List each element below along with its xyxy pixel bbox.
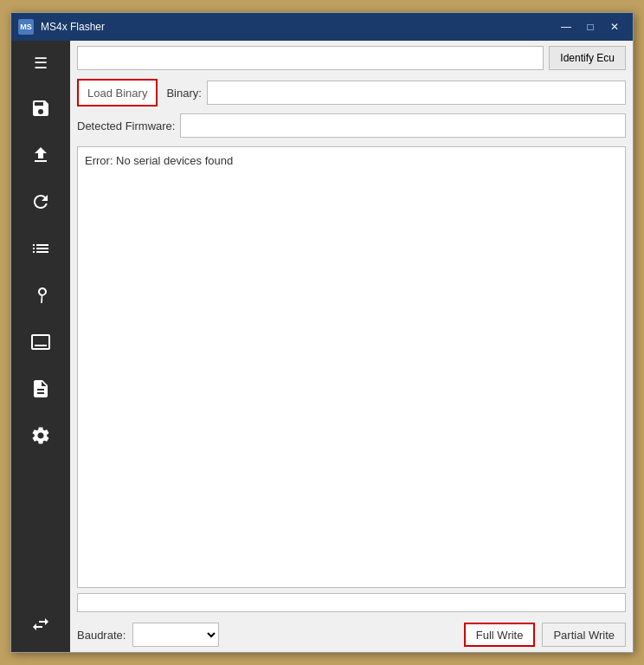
ecu-search-input[interactable] (77, 46, 544, 70)
save-icon (30, 98, 51, 119)
document-icon (30, 378, 51, 399)
identify-ecu-button[interactable]: Identify Ecu (549, 46, 626, 70)
binary-field-label: Binary: (166, 87, 201, 100)
main-panel: Identify Ecu Load Binary Binary: Detecte… (70, 41, 633, 652)
firmware-row: Detected Firmware: (70, 110, 633, 141)
display-icon (30, 332, 51, 352)
binary-row: Load Binary Binary: (70, 75, 633, 110)
partial-write-button[interactable]: Partial Write (542, 623, 626, 647)
firmware-value-input[interactable] (180, 113, 626, 138)
hamburger-menu[interactable]: ☰ (11, 46, 70, 81)
baudrate-select[interactable]: 9600 19200 38400 57600 115200 (132, 623, 219, 647)
sidebar: ☰ (11, 41, 70, 652)
sidebar-item-refresh[interactable] (18, 179, 63, 224)
probe-icon (30, 285, 51, 306)
sidebar-item-document[interactable] (18, 366, 63, 411)
sidebar-item-upload[interactable] (18, 132, 63, 178)
firmware-label: Detected Firmware: (77, 119, 175, 132)
list-icon (30, 238, 51, 259)
full-write-button[interactable]: Full Write (464, 623, 536, 647)
window-controls: — □ ✕ (555, 17, 626, 36)
sidebar-item-save[interactable] (18, 86, 63, 131)
close-button[interactable]: ✕ (603, 17, 626, 36)
upload-icon (30, 145, 51, 165)
transfer-icon (30, 614, 51, 635)
app-icon: MS (18, 19, 34, 35)
binary-path-input[interactable] (207, 81, 626, 105)
window-title: MS4x Flasher (41, 21, 555, 33)
sidebar-item-transfer[interactable] (18, 602, 63, 647)
baudrate-label: Baudrate: (77, 629, 126, 642)
sidebar-item-probe[interactable] (18, 273, 63, 318)
load-binary-button[interactable]: Load Binary (77, 79, 158, 107)
refresh-icon (30, 191, 51, 212)
title-bar: MS MS4x Flasher — □ ✕ (11, 13, 633, 41)
sidebar-item-list[interactable] (18, 226, 63, 271)
bottom-row: Baudrate: 9600 19200 38400 57600 115200 … (70, 617, 633, 652)
minimize-button[interactable]: — (555, 17, 577, 36)
sidebar-item-settings[interactable] (18, 413, 63, 458)
progress-bar (77, 593, 626, 612)
maximize-button[interactable]: □ (579, 17, 602, 36)
hamburger-icon: ☰ (34, 54, 48, 73)
settings-icon (30, 425, 51, 446)
sidebar-item-display[interactable] (18, 320, 63, 365)
log-area: Error: No serial devices found (77, 146, 626, 588)
top-row: Identify Ecu (70, 41, 633, 75)
log-content: Error: No serial devices found (85, 154, 233, 167)
